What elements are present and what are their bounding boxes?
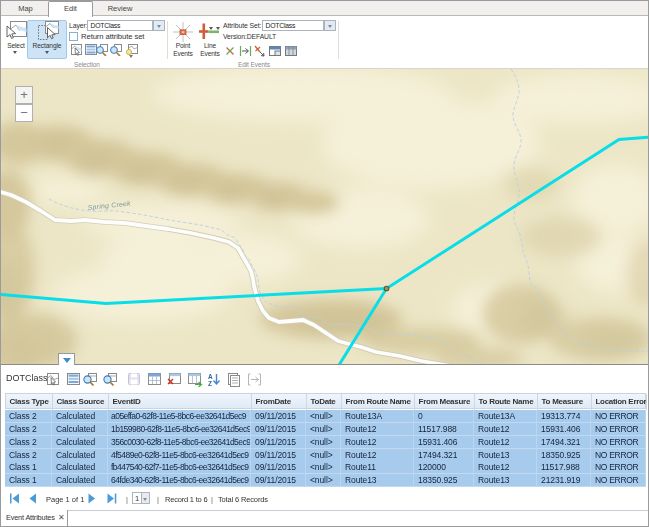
svg-text:A: A: [208, 373, 213, 380]
svg-text:Z: Z: [208, 380, 212, 387]
